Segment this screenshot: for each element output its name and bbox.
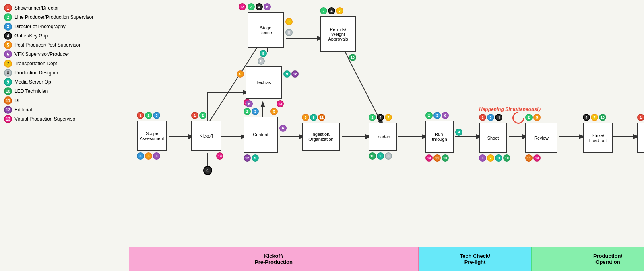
review-label: Review (534, 136, 549, 140)
badge-4: 4 (4, 32, 12, 40)
stage-recce-node: 2 4 6 7 9 13 8 Stage Recce (248, 12, 284, 48)
content-label: Content (253, 132, 268, 137)
stage-recce-box: Stage Recce (248, 12, 284, 48)
runthrough-box: Run- through (425, 121, 454, 153)
content-box: Content (244, 117, 278, 153)
badge-5: 5 (4, 41, 12, 49)
legend-label-5: Post Producer/Post Supervisor (14, 42, 80, 48)
legend-item-1: 1 Showrunner/Director (4, 4, 93, 12)
scope-badge-3b: 3 (137, 152, 144, 160)
badge-6: 6 (4, 50, 12, 58)
legend-label-3: Director of Photography (14, 24, 66, 29)
permits-label: Permits/ Weight Approvals (328, 27, 348, 41)
legend-item-2: 2 Line Producer/Production Supervisor (4, 13, 93, 21)
scope-badge-1: 1 (137, 112, 144, 119)
badge-7: 7 (4, 60, 12, 68)
legend-label-2: Line Producer/Production Supervisor (14, 14, 93, 20)
shoot-box: Shoot (479, 123, 507, 153)
scope-badge-5: 5 (145, 152, 152, 160)
phase-techcheck: Tech Check/Pre-light (419, 247, 531, 271)
content-node: 2 3 5 6 12 9 13 Content (244, 117, 278, 153)
shoot-label: Shoot (487, 136, 499, 140)
legend-label-10: LED Technician (14, 88, 48, 94)
review-box: Review (525, 123, 557, 153)
legend-item-6: 6 VFX Supervisor/Producer (4, 50, 93, 58)
runthrough-node: 2 3 6 9 13 11 10 Run- through (425, 121, 454, 153)
loadin-node: 2 4 7 10 9 8 Load-in (369, 123, 397, 151)
shoot-node: 1 3 4 6 7 9 10 Shoot (479, 123, 507, 153)
happening-simultaneously: Happening Simultaneously (479, 105, 541, 113)
legend-item-12: 12 Editorial (4, 106, 93, 114)
phase-bars: Kickoff/Pre-Production Tech Check/Pre-li… (129, 247, 644, 271)
review-node: 2 5 11 13 Review (525, 123, 557, 153)
loadin-label: Load-in (376, 134, 390, 139)
svg-line-15 (342, 46, 382, 125)
scope-label: Scope Assessment (140, 131, 164, 141)
ingestion-box: Ingestion/ Organization (302, 123, 340, 151)
scope-badge-3: 3 (153, 112, 160, 119)
badge-11: 11 (4, 96, 12, 105)
legend-item-8: 8 Production Designer (4, 69, 93, 77)
legend-label-11: DIT (14, 98, 22, 103)
legend-item-7: 7 Transportation Dept (4, 60, 93, 68)
phase-kickoff: Kickoff/Pre-Production (129, 247, 419, 271)
legend-item-9: 9 Media Server Op (4, 78, 93, 86)
fixes-box: Fixes if needed (637, 123, 644, 153)
badge-13: 13 (4, 115, 12, 123)
badge-3: 3 (4, 23, 12, 31)
techvis-node: 8 9 12 13 5 6 Techvis (246, 66, 282, 99)
phase-kickoff-label: Kickoff/Pre-Production (255, 253, 293, 265)
permits-node: 2 4 7 10 Permits/ Weight Approvals (320, 16, 356, 52)
kickoff-node: 1 2 13 Kickoff 4 (191, 121, 221, 151)
strike-label: Strike/ Load-out (589, 133, 607, 143)
fixes-node: 1 2 5 6 12 Fixes if needed (637, 123, 644, 153)
stage-recce-label: Stage Recce (259, 25, 272, 35)
legend-item-10: 10 LED Technician (4, 87, 93, 95)
ingestion-node: 5 9 11 Ingestion/ Organization (302, 123, 340, 151)
legend-label-4: Gaffer/Key Grip (14, 33, 48, 39)
strike-box: Strike/ Load-out (583, 123, 613, 153)
badge-9: 9 (4, 78, 12, 86)
legend-label-8: Production Designer (14, 70, 58, 76)
phase-techcheck-label: Tech Check/Pre-light (460, 253, 490, 265)
scope-badge-6: 6 (153, 152, 160, 160)
phase-production-label: Production/Operation (593, 253, 622, 265)
legend-label-7: Transportation Dept (14, 61, 57, 66)
legend-item-3: 3 Director of Photography (4, 23, 93, 31)
techvis-label: Techvis (256, 80, 271, 85)
phase-production: Production/Operation (531, 247, 644, 271)
badge-1: 1 (4, 4, 12, 12)
loadin-box: Load-in (369, 123, 397, 151)
legend-label-6: VFX Supervisor/Producer (14, 51, 69, 57)
kickoff-box: Kickoff (191, 121, 221, 151)
legend-item-11: 11 DIT (4, 96, 93, 105)
kickoff-label: Kickoff (200, 133, 213, 138)
badge-12: 12 (4, 106, 12, 114)
techvis-box: Techvis (246, 66, 282, 99)
legend-label-12: Editorial (14, 107, 32, 113)
legend-item-5: 5 Post Producer/Post Supervisor (4, 41, 93, 49)
legend-item-13: 13 Virtual Production Supervisor (4, 115, 93, 123)
happening-label: Happening Simultaneously (479, 107, 541, 112)
legend: 1 Showrunner/Director 2 Line Producer/Pr… (4, 4, 93, 124)
scope-badge-2: 2 (145, 112, 152, 119)
strike-node: 4 7 10 Strike/ Load-out (583, 123, 613, 153)
permits-box: Permits/ Weight Approvals (320, 16, 356, 52)
badge-2: 2 (4, 13, 12, 21)
scope-box: Scope Assessment (137, 121, 167, 151)
badge-8: 8 (4, 69, 12, 77)
badge-10: 10 (4, 87, 12, 95)
runthrough-label: Run- through (432, 132, 447, 142)
ingestion-label: Ingestion/ Organization (308, 132, 333, 142)
legend-item-4: 4 Gaffer/Key Grip (4, 32, 93, 40)
legend-label-9: Media Server Op (14, 79, 51, 85)
legend-label-13: Virtual Production Supervisor (14, 116, 77, 122)
legend-label-1: Showrunner/Director (14, 5, 59, 11)
scope-assessment-node: 1 2 3 3 5 6 Scope Assessment (137, 121, 167, 151)
